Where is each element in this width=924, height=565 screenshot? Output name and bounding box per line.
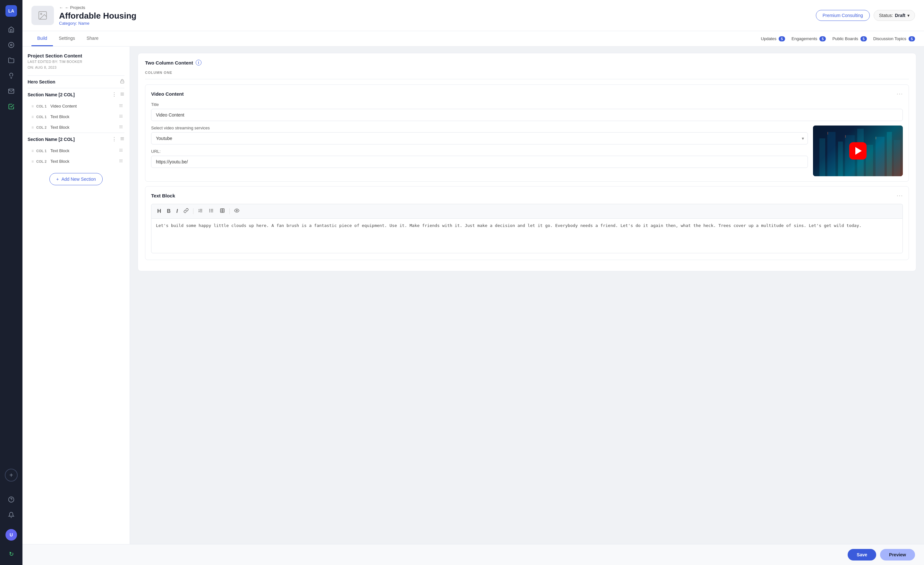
discussion-topics-label: Discussion Topics: [873, 36, 906, 41]
svg-rect-39: [894, 140, 900, 176]
play-button[interactable]: [849, 142, 867, 159]
updates-label: Updates: [761, 36, 776, 41]
header-right: Premium Consulting Status: Draft ▾: [816, 10, 915, 21]
video-content-card: Video Content ⋯ Title Select video strea…: [145, 84, 909, 182]
save-button[interactable]: Save: [848, 549, 876, 560]
add-section-button[interactable]: + Add New Section: [50, 173, 103, 185]
drag-handle-icon: ≡: [32, 114, 34, 119]
chevron-down-icon: ▾: [908, 13, 910, 18]
section2-header: Section Name [2 COL] ⋮: [28, 132, 124, 146]
unordered-list-btn[interactable]: [208, 207, 215, 215]
tab-share[interactable]: Share: [81, 31, 104, 46]
section2-item-text1[interactable]: ≡ COL 1 Text Block: [28, 146, 124, 156]
section1-item-video[interactable]: ≡ COL 1 Video Content: [28, 101, 124, 111]
text-block-title: Text Block: [151, 193, 175, 198]
reorder-icon: [119, 159, 123, 164]
sidebar-item-explore[interactable]: [5, 39, 18, 51]
section2-menu-icon[interactable]: ⋮: [112, 136, 117, 142]
status-label: Status:: [879, 13, 893, 18]
sidebar-logo: LA: [6, 5, 17, 17]
engagements-tab[interactable]: Engagements 5: [792, 36, 826, 41]
preview-button[interactable]: Preview: [880, 549, 915, 560]
sidebar-item-help[interactable]: [5, 493, 18, 506]
project-category: Category: Name: [59, 21, 136, 26]
text-block-menu[interactable]: ⋯: [896, 192, 903, 199]
service-select[interactable]: Youtube Vimeo: [151, 132, 808, 144]
sidebar-item-home[interactable]: [5, 23, 18, 36]
text-block-card: Text Block ⋯ H B I: [145, 186, 909, 260]
tabs-left: Build Settings Share: [32, 31, 104, 46]
tab-settings[interactable]: Settings: [53, 31, 81, 46]
ordered-list-btn[interactable]: [196, 207, 204, 215]
url-input[interactable]: [151, 156, 808, 168]
item-name: Text Block: [50, 159, 116, 164]
user-avatar[interactable]: U: [6, 529, 17, 541]
section1-reorder-icon[interactable]: [120, 92, 124, 98]
video-card-menu[interactable]: ⋯: [896, 90, 903, 98]
sidebar-item-tasks[interactable]: [5, 100, 18, 113]
info-icon[interactable]: i: [196, 60, 201, 66]
panel-meta: LAST EDITED BY: TIM BOOKER ON: AUG 8, 20…: [28, 59, 124, 70]
svg-rect-33: [838, 141, 843, 176]
title-input[interactable]: [151, 109, 903, 121]
item-name: Text Block: [50, 125, 116, 130]
service-select-wrap: Youtube Vimeo ▾: [151, 132, 808, 144]
drag-handle-icon: ≡: [32, 149, 34, 153]
discussion-topics-tab[interactable]: Discussion Topics 5: [873, 36, 915, 41]
section1-menu-icon[interactable]: ⋮: [112, 92, 117, 98]
project-info: ← ← Projects Affordable Housing Category…: [59, 5, 136, 26]
refresh-icon[interactable]: ↻: [6, 548, 17, 560]
item-name: Video Content: [50, 104, 116, 108]
svg-rect-32: [827, 132, 836, 176]
section2-reorder-icon[interactable]: [120, 137, 124, 142]
svg-rect-37: [876, 137, 885, 176]
public-boards-tab[interactable]: Public Boards 5: [832, 36, 867, 41]
item-name: Text Block: [50, 148, 116, 153]
col-label: COL 1: [36, 115, 48, 119]
reorder-icon: [119, 125, 123, 130]
italic-btn[interactable]: I: [175, 208, 179, 215]
heading-btn[interactable]: H: [156, 207, 162, 215]
text-block-card-header: Text Block ⋯: [151, 192, 903, 199]
sidebar-item-folder[interactable]: [5, 54, 18, 67]
svg-point-51: [210, 209, 210, 209]
discussion-topics-badge: 5: [909, 36, 915, 41]
two-column-section: Two Column Content i COLUMN ONE Video Co…: [138, 53, 916, 271]
table-btn[interactable]: [219, 207, 226, 215]
sidebar-item-bulb[interactable]: [5, 69, 18, 82]
preview-btn[interactable]: [233, 207, 241, 215]
sidebar-item-bell[interactable]: [5, 508, 18, 521]
svg-rect-41: [845, 135, 846, 138]
back-link[interactable]: ← ← Projects: [59, 5, 136, 10]
bold-btn[interactable]: B: [165, 208, 172, 215]
section1-item-text1[interactable]: ≡ COL 1 Text Block: [28, 111, 124, 122]
premium-consulting-button[interactable]: Premium Consulting: [816, 10, 870, 21]
section1-item-text2[interactable]: ≡ COL 2 Text Block: [28, 122, 124, 132]
drag-handle-icon: ≡: [32, 104, 34, 108]
text-editor-toolbar: H B I: [151, 204, 903, 218]
engagements-label: Engagements: [792, 36, 817, 41]
hero-section-icons: [120, 79, 124, 85]
link-btn[interactable]: [182, 207, 190, 215]
section2-item-text2[interactable]: ≡ COL 2 Text Block: [28, 156, 124, 167]
header: ← ← Projects Affordable Housing Category…: [22, 0, 924, 31]
plus-icon: +: [56, 177, 59, 182]
svg-rect-36: [866, 145, 873, 176]
toolbar-divider2: [230, 208, 230, 214]
engagements-badge: 5: [819, 36, 826, 41]
bottom-bar: Save Preview: [22, 544, 924, 565]
updates-tab[interactable]: Updates 5: [761, 36, 785, 41]
text-area[interactable]: Let's build some happy little clouds up …: [151, 218, 903, 253]
drag-handle-icon: ≡: [32, 125, 34, 130]
section2-icons: ⋮: [112, 136, 124, 142]
project-title: Affordable Housing: [59, 11, 136, 21]
service-field-label: Select video streaming services: [151, 126, 808, 130]
svg-point-52: [210, 210, 210, 210]
sidebar-item-mail[interactable]: [5, 85, 18, 98]
col-label: COL 1: [36, 149, 48, 153]
status-button[interactable]: Status: Draft ▾: [874, 10, 915, 21]
svg-point-58: [236, 210, 237, 211]
tabs-bar: Build Settings Share Updates 5 Engagemen…: [22, 31, 924, 47]
tab-build[interactable]: Build: [32, 31, 53, 46]
sidebar-add-button[interactable]: +: [5, 469, 18, 482]
